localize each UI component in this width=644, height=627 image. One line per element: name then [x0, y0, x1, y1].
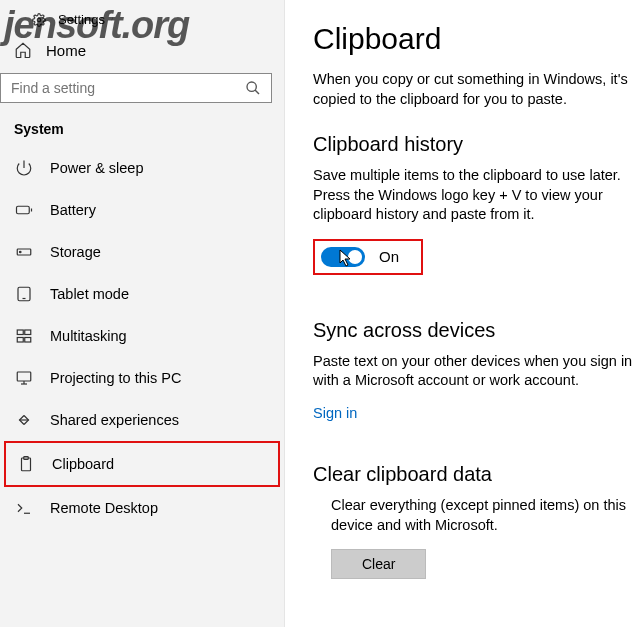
sidebar: Settings Home System Power & sleep Batte…: [0, 0, 285, 627]
tablet-icon: [14, 285, 34, 303]
section-header-system: System: [0, 103, 284, 147]
clear-desc: Clear everything (except pinned items) o…: [331, 496, 644, 535]
sidebar-item-power[interactable]: Power & sleep: [0, 147, 284, 189]
home-label: Home: [46, 42, 86, 59]
sidebar-item-label: Projecting to this PC: [50, 370, 181, 386]
svg-rect-13: [17, 372, 31, 381]
svg-rect-9: [17, 330, 23, 335]
storage-icon: [14, 243, 34, 261]
sidebar-item-remote[interactable]: Remote Desktop: [0, 487, 284, 529]
sidebar-item-tablet[interactable]: Tablet mode: [0, 273, 284, 315]
settings-label: Settings: [58, 12, 105, 27]
clipboard-icon: [16, 455, 36, 473]
svg-rect-11: [17, 338, 23, 343]
sidebar-item-label: Clipboard: [52, 456, 114, 472]
svg-rect-3: [17, 206, 30, 214]
gear-icon: [32, 13, 46, 27]
content-pane: Clipboard When you copy or cut something…: [285, 0, 644, 627]
cursor-icon: [339, 249, 353, 267]
svg-rect-10: [25, 330, 31, 335]
history-desc: Save multiple items to the clipboard to …: [313, 166, 644, 225]
remote-icon: [14, 499, 34, 517]
page-title: Clipboard: [313, 22, 644, 56]
page-intro: When you copy or cut something in Window…: [313, 70, 644, 109]
clear-heading: Clear clipboard data: [313, 463, 644, 486]
search-input[interactable]: [11, 80, 245, 96]
svg-line-2: [255, 90, 259, 94]
svg-point-0: [37, 18, 41, 22]
home-row[interactable]: Home: [0, 31, 284, 73]
svg-point-1: [247, 82, 256, 91]
history-toggle-wrap: On: [313, 239, 423, 275]
search-box[interactable]: [0, 73, 272, 103]
history-heading: Clipboard history: [313, 133, 644, 156]
projecting-icon: [14, 369, 34, 387]
home-icon: [14, 41, 32, 59]
shared-icon: [14, 411, 34, 429]
sidebar-item-label: Battery: [50, 202, 96, 218]
sidebar-item-label: Tablet mode: [50, 286, 129, 302]
sidebar-item-label: Remote Desktop: [50, 500, 158, 516]
svg-rect-12: [25, 338, 31, 343]
sidebar-item-label: Storage: [50, 244, 101, 260]
sidebar-item-clipboard[interactable]: Clipboard: [4, 441, 280, 487]
svg-point-6: [20, 251, 22, 253]
toggle-label: On: [379, 248, 399, 265]
sync-desc: Paste text on your other devices when yo…: [313, 352, 644, 391]
clear-button[interactable]: Clear: [331, 549, 426, 579]
sidebar-item-battery[interactable]: Battery: [0, 189, 284, 231]
power-icon: [14, 159, 34, 177]
sidebar-item-projecting[interactable]: Projecting to this PC: [0, 357, 284, 399]
sign-in-link[interactable]: Sign in: [313, 405, 357, 421]
sidebar-item-label: Multitasking: [50, 328, 127, 344]
multitasking-icon: [14, 327, 34, 345]
battery-icon: [14, 201, 34, 219]
sidebar-item-label: Shared experiences: [50, 412, 179, 428]
sidebar-item-shared[interactable]: Shared experiences: [0, 399, 284, 441]
sync-heading: Sync across devices: [313, 319, 644, 342]
sidebar-item-label: Power & sleep: [50, 160, 144, 176]
settings-row[interactable]: Settings: [0, 6, 284, 31]
sidebar-item-multitasking[interactable]: Multitasking: [0, 315, 284, 357]
search-icon: [245, 80, 261, 96]
sidebar-item-storage[interactable]: Storage: [0, 231, 284, 273]
